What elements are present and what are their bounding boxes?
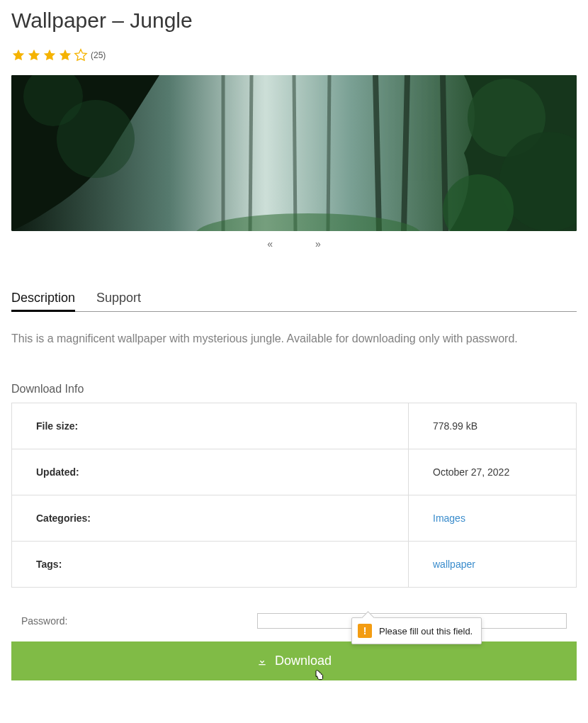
tab-description[interactable]: Description [11, 291, 75, 312]
table-row: Tags: wallpaper [12, 542, 577, 588]
svg-line-7 [375, 75, 379, 231]
categories-label: Categories: [12, 495, 409, 542]
password-row: Password: [11, 613, 577, 629]
file-size-value: 778.99 kB [409, 403, 577, 449]
hero-image [11, 75, 577, 231]
warning-icon: ! [358, 624, 372, 638]
validation-tooltip-text: Please fill out this field. [379, 626, 473, 637]
download-button[interactable]: Download ! Please fill out this field. [11, 641, 577, 680]
tags-link[interactable]: wallpaper [433, 559, 475, 570]
tab-support[interactable]: Support [96, 291, 141, 311]
download-info-heading: Download Info [11, 383, 577, 396]
updated-value: October 27, 2022 [409, 449, 577, 495]
download-icon [256, 656, 268, 667]
svg-line-4 [250, 75, 251, 231]
svg-line-6 [328, 75, 329, 231]
svg-line-5 [294, 75, 295, 231]
download-info-table: File size: 778.99 kB Updated: October 27… [11, 403, 577, 588]
carousel-next-icon[interactable]: » [295, 238, 341, 250]
star-full-icon [43, 48, 57, 62]
validation-tooltip: ! Please fill out this field. [351, 617, 482, 644]
cursor-icon [312, 670, 324, 685]
page-title: Wallpaper – Jungle [11, 9, 577, 33]
tags-label: Tags: [12, 542, 409, 588]
table-row: Categories: Images [12, 495, 577, 542]
carousel-prev-icon[interactable]: « [247, 238, 293, 250]
svg-line-8 [404, 75, 407, 231]
download-button-label: Download [275, 654, 332, 668]
table-row: Updated: October 27, 2022 [12, 449, 577, 495]
categories-link[interactable]: Images [433, 512, 465, 524]
rating-count: (25) [91, 50, 106, 60]
table-row: File size: 778.99 kB [12, 403, 577, 449]
star-full-icon [11, 48, 26, 62]
star-full-icon [58, 48, 72, 62]
updated-label: Updated: [12, 449, 409, 495]
file-size-label: File size: [12, 403, 409, 449]
svg-point-2 [57, 100, 135, 178]
description-text: This is a magnificent wallpaper with mys… [11, 330, 577, 347]
tabs: Description Support [11, 291, 577, 312]
star-empty-icon [74, 48, 88, 62]
star-full-icon [27, 48, 41, 62]
carousel-nav: « » [11, 238, 577, 250]
password-label: Password: [21, 615, 67, 627]
rating-row[interactable]: (25) [11, 48, 577, 62]
